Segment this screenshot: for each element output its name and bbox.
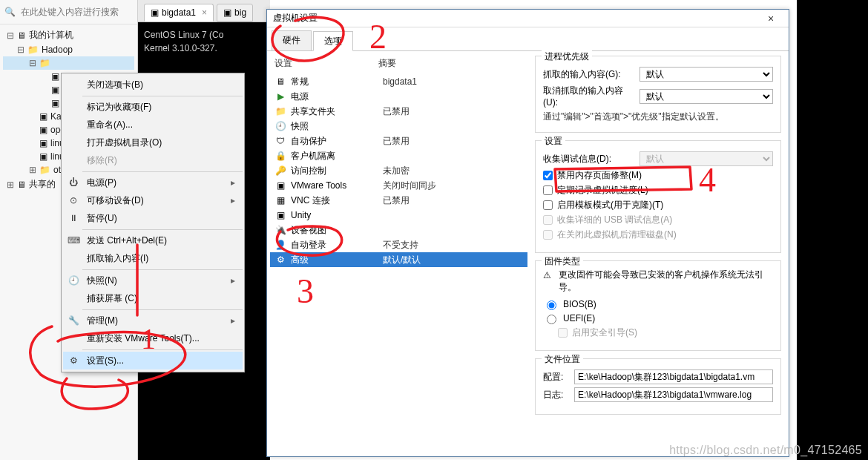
- input-log-path[interactable]: [574, 387, 773, 402]
- vm-settings-dialog: 虚拟机设置 × 硬件 选项 设置摘要 🖥常规bigdata1 ▶电源 📁共享文件…: [266, 9, 789, 457]
- play-icon: ▶: [274, 91, 286, 102]
- chk-usb-debug: 收集详细的 USB 调试信息(A): [543, 214, 773, 226]
- document-tabs: ▣bigdata1× ▣big: [138, 0, 270, 22]
- device-icon: 🔌: [274, 225, 286, 235]
- cm-mark-fav[interactable]: 标记为收藏项(F): [63, 98, 243, 116]
- gear-icon: ⚙: [68, 355, 79, 366]
- radio-bios[interactable]: BIOS(B): [543, 298, 773, 310]
- group-legend: 文件位置: [542, 353, 583, 366]
- chevron-right-icon: ▸: [231, 177, 235, 188]
- tab-big[interactable]: ▣big: [217, 4, 253, 22]
- search-input[interactable]: [19, 6, 134, 18]
- chevron-right-icon: ▸: [231, 315, 235, 326]
- shield-icon: 🛡: [274, 136, 286, 146]
- radio-uefi[interactable]: UEFI(E): [543, 312, 773, 324]
- vnc-icon: ▦: [274, 195, 286, 206]
- dialog-title: 虚拟机设置: [273, 12, 756, 24]
- black-sidebar: [797, 0, 868, 460]
- folder-icon: 📁: [39, 58, 50, 68]
- select-collect-debug: 默认: [640, 151, 773, 166]
- snapshot-icon: 🕘: [68, 275, 79, 286]
- opt-power[interactable]: ▶电源: [270, 89, 527, 104]
- group-legend: 进程优先级: [542, 50, 592, 63]
- vm-icon: ▣: [223, 7, 231, 18]
- opt-shared[interactable]: 📁共享文件夹已禁用: [270, 104, 527, 119]
- cm-send-cad[interactable]: ⌨发送 Ctrl+Alt+Del(E): [63, 231, 243, 249]
- select-grabbed[interactable]: 默认: [640, 67, 773, 82]
- opt-snapshot[interactable]: 🕘快照: [270, 119, 527, 134]
- label-grabbed: 抓取的输入内容(G):: [543, 68, 634, 81]
- computer-icon: 🖥: [17, 180, 26, 190]
- vm-icon: ▣: [51, 98, 59, 108]
- folder-icon: 📁: [27, 45, 39, 55]
- firmware-warning: 更改固件可能会导致已安装的客户机操作系统无法引导。: [559, 269, 773, 294]
- vm-icon: ▣: [151, 7, 159, 18]
- cm-pause[interactable]: ⏸暂停(U): [63, 209, 243, 227]
- vm-icon: ▣: [39, 111, 47, 122]
- opt-vnc[interactable]: ▦VNC 连接已禁用: [270, 193, 527, 208]
- cm-grab-input[interactable]: 抓取输入内容(I): [63, 249, 243, 267]
- group-file-location: 文件位置 配置: 日志:: [535, 358, 781, 415]
- folder-icon: 📁: [39, 165, 50, 175]
- power-icon: ⏻: [68, 177, 79, 188]
- tree-root[interactable]: ⊟🖥我的计算机: [3, 27, 134, 43]
- cm-manage[interactable]: 🔧管理(M)▸: [63, 312, 243, 329]
- chk-secure-boot: 启用安全引导(S): [558, 326, 773, 339]
- cm-removable[interactable]: ⊙可移动设备(D)▸: [63, 191, 243, 209]
- snapshot-icon: 🕘: [274, 121, 286, 131]
- chevron-right-icon: ▸: [231, 275, 235, 286]
- vm-context-menu: 关闭选项卡(B) 标记为收藏项(F) 重命名(A)... 打开虚拟机目录(O) …: [61, 73, 245, 372]
- unity-icon: ▣: [274, 210, 286, 220]
- cm-power[interactable]: ⏻电源(P)▸: [63, 174, 243, 191]
- cm-rename[interactable]: 重命名(A)...: [63, 116, 243, 134]
- cm-snapshot[interactable]: 🕘快照(N)▸: [63, 272, 243, 289]
- device-icon: ⊙: [68, 195, 79, 206]
- opt-general[interactable]: 🖥常规bigdata1: [270, 74, 527, 89]
- label-ungrabbed: 取消抓取的输入内容(U):: [543, 85, 634, 108]
- computer-icon: 🖥: [17, 30, 26, 41]
- chk-disable-mem-trim[interactable]: 禁用内存页面修整(M): [543, 169, 773, 182]
- opt-autologin[interactable]: 👤自动登录不受支持: [270, 237, 527, 252]
- close-icon[interactable]: ×: [202, 7, 207, 18]
- chk-template-mode[interactable]: 启用模板模式(用于克隆)(T): [543, 199, 773, 211]
- opt-device-view[interactable]: 🔌设备视图: [270, 223, 527, 237]
- folder-icon: 📁: [274, 106, 286, 116]
- cm-close-tab[interactable]: 关闭选项卡(B): [63, 76, 243, 93]
- gear-icon: ⚙: [274, 254, 286, 265]
- vm-icon: ▣: [51, 71, 59, 82]
- user-icon: 👤: [274, 240, 286, 250]
- group-settings: 设置 收集调试信息(D): 默认 禁用内存页面修整(M) 定期记录虚拟机进度(L…: [535, 140, 781, 253]
- cm-capture[interactable]: 捕获屏幕 (C): [63, 289, 243, 307]
- search-icon: 🔍: [4, 7, 15, 17]
- close-icon[interactable]: ×: [756, 13, 786, 24]
- cm-reinstall-tools[interactable]: 重新安装 VMware Tools(T)...: [63, 329, 243, 347]
- opt-guest-isolation[interactable]: 🔒客户机隔离: [270, 148, 527, 163]
- tree-item[interactable]: ⊟📁: [3, 56, 134, 70]
- opt-autoprotect[interactable]: 🛡自动保护已禁用: [270, 134, 527, 148]
- select-ungrabbed[interactable]: 默认: [640, 89, 773, 104]
- key-icon: 🔑: [274, 165, 286, 176]
- cm-open-dir[interactable]: 打开虚拟机目录(O): [63, 134, 243, 151]
- opt-advanced[interactable]: ⚙高级默认/默认: [270, 252, 527, 267]
- chk-log-progress[interactable]: 定期记录虚拟机进度(L): [543, 184, 773, 197]
- opt-access[interactable]: 🔑访问控制未加密: [270, 163, 527, 178]
- gear-icon: 🖥: [274, 76, 286, 87]
- options-header: 设置摘要: [270, 56, 527, 74]
- group-firmware: 固件类型 ⚠更改固件可能会导致已安装的客户机操作系统无法引导。 BIOS(B) …: [535, 260, 781, 351]
- dialog-tabs: 硬件 选项: [267, 27, 789, 51]
- tree-hadoop[interactable]: ⊟📁Hadoop: [3, 43, 134, 56]
- opt-unity[interactable]: ▣Unity: [270, 208, 527, 223]
- group-legend: 固件类型: [542, 255, 583, 268]
- dialog-titlebar: 虚拟机设置 ×: [267, 10, 789, 27]
- cm-settings[interactable]: ⚙设置(S)...: [63, 352, 243, 369]
- keyboard-icon: ⌨: [68, 235, 79, 246]
- tab-options[interactable]: 选项: [313, 31, 353, 51]
- group-legend: 设置: [542, 135, 565, 148]
- input-config-path[interactable]: [574, 369, 773, 384]
- tab-bigdata1[interactable]: ▣bigdata1×: [144, 4, 214, 22]
- vmtools-icon: ▣: [274, 180, 286, 191]
- tab-hardware[interactable]: 硬件: [272, 30, 312, 50]
- warning-icon: ⚠: [543, 269, 554, 280]
- opt-vmtools[interactable]: ▣VMware Tools关闭时间同步: [270, 178, 527, 193]
- cm-remove: 移除(R): [63, 151, 243, 169]
